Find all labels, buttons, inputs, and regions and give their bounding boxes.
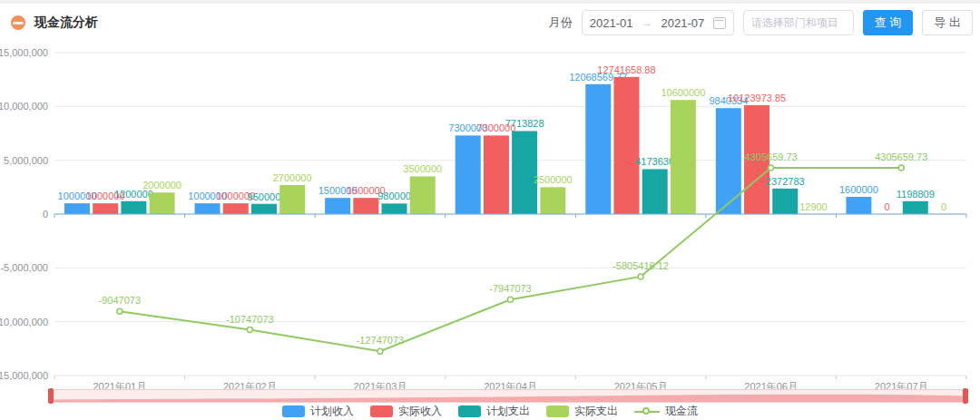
cashflow-point-label: 4305659.73 [745, 151, 798, 162]
bar-label: 4173630 [635, 156, 674, 167]
datazoom-data-shadow [51, 390, 965, 402]
cashflow-point-2021年02月[interactable] [247, 327, 252, 333]
export-button[interactable]: 导 出 [922, 10, 973, 35]
date-end-value[interactable]: 2021-07 [662, 16, 705, 30]
cashflow-point-label: -7947073 [489, 283, 532, 294]
bar-计划收入-2021年05月[interactable] [585, 84, 611, 214]
cashflow-point-2021年05月[interactable] [638, 274, 643, 279]
legend-label: 计划支出 [486, 404, 530, 419]
legend-label: 实际支出 [574, 404, 618, 419]
bar-计划支出-2021年01月[interactable] [121, 201, 146, 214]
cashflow-point-label: -10747073 [226, 314, 274, 325]
header: 现金流分析 月份 2021-01 → 2021-07 查 询 导 出 [0, 4, 980, 42]
datazoom-right-handle[interactable] [963, 388, 968, 404]
bar-label: 12741658.88 [597, 64, 655, 75]
month-label: 月份 [549, 15, 573, 31]
cashflow-point-label: -5805416.12 [612, 260, 669, 271]
bar-label: 3500000 [403, 163, 442, 174]
datazoom-slider[interactable] [50, 389, 966, 403]
legend-label: 计划收入 [310, 404, 354, 419]
page-title: 现金流分析 [34, 15, 98, 31]
bar-实际支出-2021年02月[interactable] [279, 185, 305, 214]
header-controls: 月份 2021-01 → 2021-07 查 询 导 出 [549, 10, 973, 35]
bar-label: 1600000 [839, 184, 878, 195]
bar-实际收入-2021年01月[interactable] [93, 203, 118, 214]
bar-实际收入-2021年03月[interactable] [353, 198, 378, 214]
y-tick-label: 5,000,000 [4, 155, 48, 166]
cashflow-point-2021年01月[interactable] [117, 308, 122, 314]
bar-实际支出-2021年01月[interactable] [150, 192, 175, 214]
bar-label: 2372783 [766, 176, 805, 187]
bar-label: 10123973.85 [728, 93, 786, 103]
y-tick-label: -10,000,000 [0, 317, 48, 327]
bar-label: 1198809 [897, 189, 935, 200]
chart-legend: 计划收入实际收入计划支出实际支出现金流 [0, 403, 980, 419]
bar-计划支出-2021年02月[interactable] [251, 204, 277, 214]
bar-实际收入-2021年04月[interactable] [484, 135, 509, 214]
legend-item-实际支出[interactable]: 实际支出 [546, 404, 618, 419]
bar-计划支出-2021年07月[interactable] [903, 201, 928, 214]
legend-item-计划支出[interactable]: 计划支出 [458, 404, 530, 419]
cashflow-chart: 15,000,00010,000,0005,000,0000-5,000,000… [0, 42, 980, 420]
bar-label: 0 [941, 201, 946, 212]
legend-marker-icon [370, 405, 393, 417]
bar-label: 7713828 [505, 118, 544, 129]
y-tick-label: 0 [43, 209, 48, 220]
legend-marker-icon [546, 405, 569, 417]
bar-label: 10600000 [661, 87, 705, 98]
cashflow-point-2021年03月[interactable] [377, 348, 383, 354]
cashflow-point-label: -12747073 [357, 335, 405, 346]
bar-label: 2000000 [142, 180, 181, 190]
bar-计划收入-2021年02月[interactable] [195, 203, 220, 214]
legend-label: 现金流 [665, 404, 698, 419]
bar-计划支出-2021年06月[interactable] [772, 189, 798, 214]
legend-item-计划收入[interactable]: 计划收入 [282, 404, 354, 419]
cashflow-point-label: -9047073 [99, 295, 142, 306]
date-start-value[interactable]: 2021-01 [590, 16, 633, 30]
bar-实际收入-2021年05月[interactable] [613, 77, 639, 214]
cashflow-point-2021年06月[interactable] [769, 165, 774, 171]
y-tick-label: 10,000,000 [0, 101, 48, 112]
legend-label: 实际收入 [398, 404, 442, 419]
legend-marker-icon [458, 405, 481, 417]
app-icon [11, 15, 25, 30]
bar-实际支出-2021年03月[interactable] [410, 176, 436, 214]
bar-label: 12900 [799, 201, 828, 212]
legend-item-现金流[interactable]: 现金流 [634, 404, 698, 419]
legend-line-marker-icon [634, 405, 660, 417]
bar-计划支出-2021年03月[interactable] [382, 203, 407, 214]
department-project-input[interactable] [743, 10, 854, 35]
bar-计划收入-2021年01月[interactable] [64, 203, 90, 214]
cashflow-analysis-page: 现金流分析 月份 2021-01 → 2021-07 查 询 导 出 15,00… [0, 0, 980, 420]
bar-label: 2500000 [534, 174, 573, 185]
bar-label: 2700000 [273, 172, 312, 183]
bar-实际支出-2021年05月[interactable] [671, 100, 696, 214]
bar-计划收入-2021年04月[interactable] [456, 135, 481, 214]
bar-计划支出-2021年04月[interactable] [512, 131, 537, 214]
bar-计划支出-2021年05月[interactable] [642, 169, 668, 214]
y-tick-label: -15,000,000 [0, 370, 48, 381]
bar-实际支出-2021年04月[interactable] [540, 187, 565, 214]
date-range-picker[interactable]: 2021-01 → 2021-07 [582, 10, 734, 35]
cashflow-point-2021年04月[interactable] [508, 297, 514, 302]
y-tick-label: 15,000,000 [0, 47, 48, 58]
legend-item-实际收入[interactable]: 实际收入 [370, 404, 442, 419]
bar-计划收入-2021年03月[interactable] [325, 198, 350, 214]
datazoom-left-handle[interactable] [48, 388, 54, 404]
legend-marker-icon [282, 405, 305, 417]
cashflow-point-2021年07月[interactable] [898, 165, 904, 171]
date-range-arrow-icon: → [642, 16, 652, 29]
bar-label: 950000 [248, 191, 281, 202]
query-button[interactable]: 查 询 [863, 10, 914, 35]
y-tick-label: -5,000,000 [0, 262, 48, 273]
bar-实际收入-2021年02月[interactable] [223, 203, 249, 214]
bar-label: 980000 [377, 190, 411, 201]
cashflow-point-label: 4305659.73 [875, 151, 927, 162]
bar-label: 0 [885, 201, 890, 212]
bar-计划收入-2021年07月[interactable] [846, 197, 871, 214]
bar-计划收入-2021年06月[interactable] [716, 108, 741, 214]
calendar-icon [713, 17, 726, 29]
